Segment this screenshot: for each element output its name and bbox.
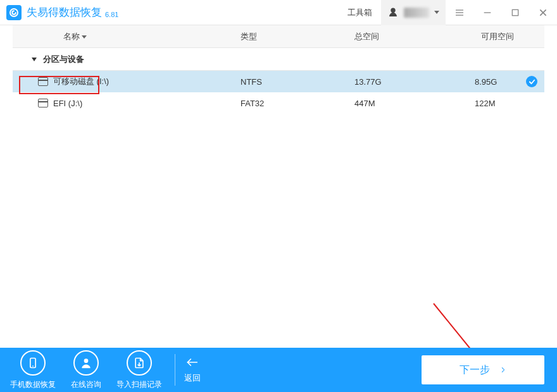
drive-icon xyxy=(38,77,48,86)
user-icon xyxy=(387,7,399,18)
drive-total: 13.77G xyxy=(354,77,437,87)
app-version: 6.81 xyxy=(105,11,118,18)
back-button[interactable]: 返回 xyxy=(184,356,201,384)
drive-row[interactable]: 可移动磁盘 (I:\) NTFS 13.77G 8.95G xyxy=(13,71,544,92)
person-icon xyxy=(73,350,99,376)
app-logo-icon xyxy=(6,5,22,20)
column-header-row: 名称 类型 总空间 可用空间 xyxy=(13,25,544,48)
drive-type: NTFS xyxy=(241,77,354,87)
section-partitions-devices[interactable]: 分区与设备 xyxy=(13,48,544,71)
drive-type: FAT32 xyxy=(241,99,354,108)
maximize-button[interactable] xyxy=(501,0,529,25)
chevron-down-icon xyxy=(434,11,439,14)
next-button[interactable]: 下一步 xyxy=(422,355,544,384)
user-name-obscured xyxy=(404,8,429,18)
app-title: 失易得数据恢复 xyxy=(27,5,102,20)
svg-point-0 xyxy=(10,9,18,16)
footer-bar: 手机数据恢复 在线咨询 导入扫描记录 返回 下一步 xyxy=(0,348,557,392)
drive-row[interactable]: EFI (J:\) FAT32 447M 122M xyxy=(13,92,544,114)
section-title: 分区与设备 xyxy=(43,54,84,65)
user-dropdown[interactable] xyxy=(381,0,446,25)
drive-available: 122M xyxy=(437,99,519,108)
chevron-right-icon xyxy=(500,365,506,375)
column-available[interactable]: 可用空间 xyxy=(437,31,544,42)
minimize-button[interactable] xyxy=(473,0,501,25)
footer-label: 在线咨询 xyxy=(71,379,101,390)
column-type[interactable]: 类型 xyxy=(241,31,354,42)
footer-online-consult[interactable]: 在线咨询 xyxy=(59,350,113,390)
titlebar: 失易得数据恢复 6.81 工具箱 xyxy=(0,0,557,25)
back-arrow-icon xyxy=(184,356,199,369)
drive-list: 可移动磁盘 (I:\) NTFS 13.77G 8.95G EFI (J:\) … xyxy=(13,71,544,114)
footer-import-scan[interactable]: 导入扫描记录 xyxy=(113,350,166,390)
back-label: 返回 xyxy=(184,372,201,384)
column-total[interactable]: 总空间 xyxy=(354,31,437,42)
selected-check-icon xyxy=(526,76,537,87)
footer-label: 手机数据恢复 xyxy=(10,379,56,390)
drive-name: 可移动磁盘 (I:\) xyxy=(53,76,109,87)
column-name[interactable]: 名称 xyxy=(13,31,241,42)
drive-available: 8.95G xyxy=(437,77,519,87)
footer-divider xyxy=(175,354,175,386)
drive-name: EFI (J:\) xyxy=(53,99,82,108)
close-button[interactable] xyxy=(529,0,557,25)
svg-rect-5 xyxy=(512,9,518,15)
collapse-triangle-icon xyxy=(32,58,37,61)
footer-label: 导入扫描记录 xyxy=(116,379,162,390)
svg-point-12 xyxy=(84,358,89,363)
import-icon xyxy=(127,350,152,376)
sort-caret-icon xyxy=(82,35,87,39)
toolbox-button[interactable]: 工具箱 xyxy=(339,0,381,25)
drive-total: 447M xyxy=(354,99,437,108)
drive-icon xyxy=(38,99,48,107)
phone-icon xyxy=(20,350,46,376)
next-label: 下一步 xyxy=(460,364,490,377)
menu-button[interactable] xyxy=(446,0,473,25)
footer-phone-recovery[interactable]: 手机数据恢复 xyxy=(6,350,59,390)
